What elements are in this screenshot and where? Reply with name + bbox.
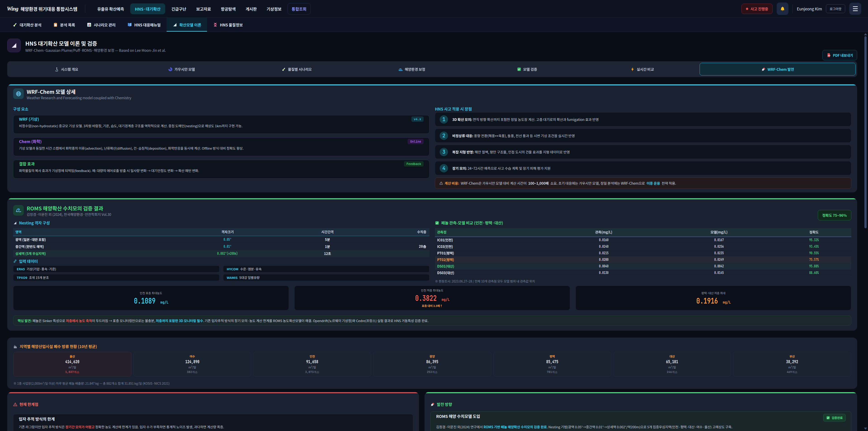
svg-text:PDF: PDF xyxy=(828,55,831,56)
